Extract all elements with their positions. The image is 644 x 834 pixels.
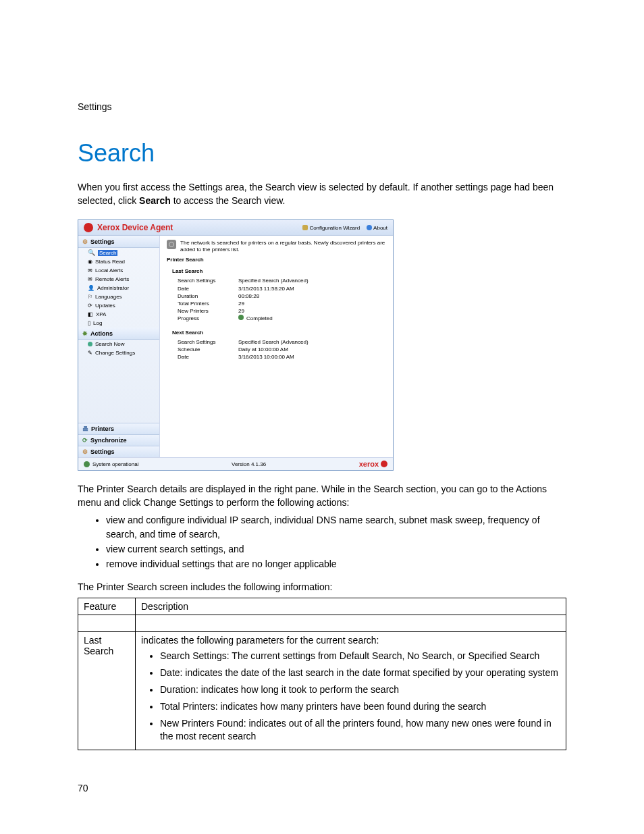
sidebar-item-label: Remote Alerts — [95, 276, 129, 282]
action-label: Change Settings — [95, 350, 135, 356]
config-wizard-link[interactable]: Configuration Wizard — [302, 225, 360, 231]
bottom-tab-label: Printers — [91, 425, 114, 432]
next-search-heading: Next Search — [172, 330, 386, 336]
play-icon — [88, 342, 92, 346]
sidebar-item-administrator[interactable]: 👤Administrator — [78, 284, 159, 292]
desc-item: Duration: indicates how long it took to … — [160, 683, 560, 696]
about-label: About — [373, 225, 387, 231]
bottom-tab-synchronize[interactable]: ⟳Synchronize — [78, 434, 159, 446]
about-link[interactable]: About — [367, 225, 387, 231]
status-text: System operational — [92, 461, 138, 467]
table-header-row: Feature Description — [78, 598, 566, 615]
td-empty — [136, 615, 566, 632]
info-text: The network is searched for printers on … — [180, 240, 386, 253]
kv-row: Search SettingsSpecified Search (Advance… — [178, 338, 386, 346]
xpa-icon: ◧ — [88, 311, 93, 317]
kv-val: 29 — [238, 300, 244, 307]
kv-val: Specified Search (Advanced) — [238, 277, 308, 284]
bottom-tab-printers[interactable]: 🖶Printers — [78, 423, 159, 434]
sidebar-settings-header[interactable]: ⚙ Settings — [78, 236, 159, 248]
kv-val: Completed — [238, 315, 273, 322]
status-read-icon: ◉ — [88, 259, 92, 265]
desc-item: New Printers Found: indicates out of all… — [160, 717, 560, 743]
app-title: Xerox Device Agent — [84, 223, 173, 232]
version-text: Version 4.1.36 — [232, 461, 266, 467]
sidebar-item-label: Languages — [95, 294, 122, 300]
sidebar-item-log[interactable]: ▯Log — [78, 319, 159, 328]
brand-text: xerox — [359, 460, 379, 468]
info-icon — [167, 240, 176, 249]
intro-paragraph: When you first access the Settings area,… — [78, 181, 566, 207]
sidebar-item-status-read[interactable]: ◉Status Read — [78, 257, 159, 266]
th-feature: Feature — [78, 598, 136, 615]
app-logo-icon — [84, 223, 93, 232]
remote-alerts-icon: ✉ — [88, 276, 92, 282]
sidebar: ⚙ Settings 🔍Search ◉Status Read ✉Local A… — [78, 236, 160, 457]
desc-list: Search Settings: The current settings fr… — [141, 650, 560, 742]
sidebar-item-local-alerts[interactable]: ✉Local Alerts — [78, 266, 159, 275]
kv-key: Duration — [178, 292, 238, 300]
kv-row: Total Printers29 — [178, 300, 386, 307]
app-window: Xerox Device Agent Configuration Wizard … — [78, 219, 394, 471]
sidebar-item-xpa[interactable]: ◧XPA — [78, 310, 159, 319]
app-titlebar: Xerox Device Agent Configuration Wizard … — [78, 220, 393, 236]
header-label: Settings — [78, 101, 566, 112]
td-empty — [78, 615, 136, 632]
kv-val: Daily at 10:00:00 AM — [238, 346, 288, 353]
kv-key: Search Settings — [178, 277, 238, 284]
desc-item: Date: indicates the date of the last sea… — [160, 667, 560, 679]
log-icon: ▯ — [88, 320, 90, 326]
sync-icon: ⟳ — [82, 437, 88, 444]
sidebar-item-label: Log — [93, 320, 102, 326]
bottom-tab-settings[interactable]: ⚙Settings — [78, 446, 159, 457]
kv-row: ScheduleDaily at 10:00:00 AM — [178, 346, 386, 353]
actions-header-label: Actions — [90, 330, 113, 337]
settings-icon: ⚙ — [82, 448, 88, 455]
sidebar-item-updates[interactable]: ⟳Updates — [78, 301, 159, 310]
page-number: 70 — [78, 783, 88, 793]
kv-key: Progress — [178, 315, 238, 322]
sidebar-item-remote-alerts[interactable]: ✉Remote Alerts — [78, 275, 159, 284]
sidebar-item-label: Updates — [95, 303, 115, 309]
td-feature: Last Search — [78, 632, 136, 750]
kv-key: Total Printers — [178, 300, 238, 307]
kv-key: Schedule — [178, 346, 238, 353]
sidebar-item-label: Administrator — [97, 285, 129, 291]
main-pane: The network is searched for printers on … — [160, 236, 393, 457]
status-icon — [84, 461, 90, 467]
config-wizard-label: Configuration Wizard — [309, 225, 360, 231]
sidebar-item-search[interactable]: 🔍Search — [78, 248, 159, 257]
desc-item: Total Printers: indicates how many print… — [160, 700, 560, 713]
page-title: Search — [78, 139, 566, 167]
footer-brand: xerox — [359, 460, 387, 468]
kv-val: 3/15/2013 11:58:20 AM — [238, 285, 294, 292]
kv-row: Search SettingsSpecified Search (Advance… — [178, 277, 386, 284]
kv-val: 3/16/2013 10:00:00 AM — [238, 353, 294, 361]
table-spacer-row — [78, 615, 566, 632]
action-bullet-list: view and configure individual IP search,… — [78, 513, 566, 571]
sidebar-item-languages[interactable]: ⚐Languages — [78, 292, 159, 301]
actions-header-icon: ✸ — [82, 330, 88, 337]
action-change-settings[interactable]: ✎Change Settings — [78, 348, 159, 357]
pencil-icon: ✎ — [88, 350, 92, 356]
action-label: Search Now — [95, 341, 125, 347]
about-icon — [367, 225, 372, 230]
local-alerts-icon: ✉ — [88, 267, 92, 273]
intro-text-bold: Search — [139, 195, 171, 206]
action-search-now[interactable]: Search Now — [78, 340, 159, 348]
kv-row: ProgressCompleted — [178, 315, 386, 322]
kv-row: New Printers29 — [178, 307, 386, 315]
sidebar-item-label: Search — [98, 250, 117, 256]
bullet-item: remove individual settings that are no l… — [106, 557, 566, 571]
bottom-tab-label: Synchronize — [90, 437, 127, 444]
settings-header-icon: ⚙ — [82, 238, 88, 245]
kv-key: Date — [178, 353, 238, 361]
sidebar-actions-header[interactable]: ✸ Actions — [78, 328, 159, 340]
desc-intro: indicates the following parameters for t… — [141, 635, 379, 646]
app-footer: System operational Version 4.1.36 xerox — [78, 457, 393, 470]
kv-key: Search Settings — [178, 338, 238, 346]
kv-row: Date3/16/2013 10:00:00 AM — [178, 353, 386, 361]
kv-val: 00:08:28 — [238, 292, 259, 300]
app-title-text: Xerox Device Agent — [97, 223, 173, 232]
last-search-heading: Last Search — [172, 268, 386, 274]
